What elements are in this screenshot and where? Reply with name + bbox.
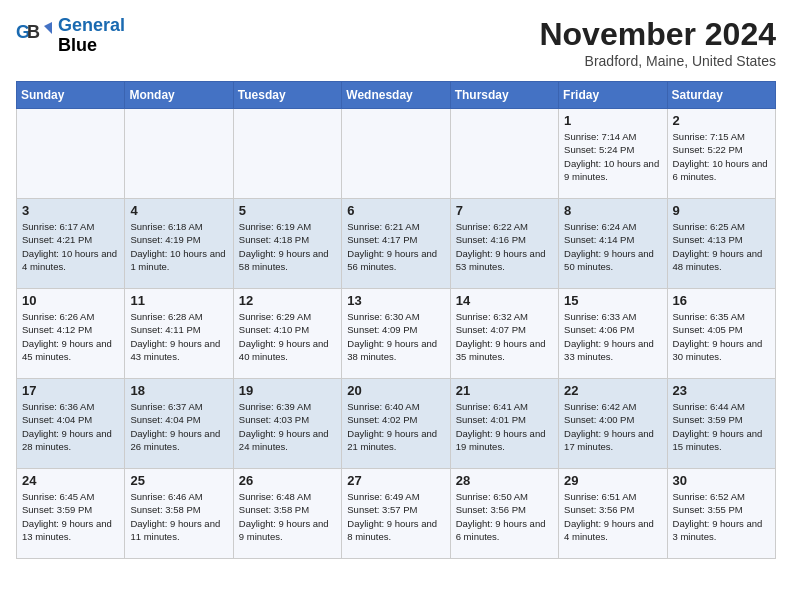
calendar-cell: 20Sunrise: 6:40 AM Sunset: 4:02 PM Dayli… (342, 379, 450, 469)
calendar-cell (233, 109, 341, 199)
day-info: Sunrise: 6:50 AM Sunset: 3:56 PM Dayligh… (456, 490, 553, 543)
location-subtitle: Bradford, Maine, United States (539, 53, 776, 69)
calendar-cell: 30Sunrise: 6:52 AM Sunset: 3:55 PM Dayli… (667, 469, 775, 559)
week-row-5: 24Sunrise: 6:45 AM Sunset: 3:59 PM Dayli… (17, 469, 776, 559)
day-header-sunday: Sunday (17, 82, 125, 109)
day-number: 29 (564, 473, 661, 488)
day-info: Sunrise: 6:25 AM Sunset: 4:13 PM Dayligh… (673, 220, 770, 273)
calendar-cell: 24Sunrise: 6:45 AM Sunset: 3:59 PM Dayli… (17, 469, 125, 559)
calendar-cell: 18Sunrise: 6:37 AM Sunset: 4:04 PM Dayli… (125, 379, 233, 469)
day-info: Sunrise: 6:39 AM Sunset: 4:03 PM Dayligh… (239, 400, 336, 453)
day-number: 4 (130, 203, 227, 218)
day-number: 15 (564, 293, 661, 308)
day-number: 21 (456, 383, 553, 398)
day-number: 5 (239, 203, 336, 218)
calendar-cell: 21Sunrise: 6:41 AM Sunset: 4:01 PM Dayli… (450, 379, 558, 469)
day-info: Sunrise: 6:52 AM Sunset: 3:55 PM Dayligh… (673, 490, 770, 543)
calendar-cell: 8Sunrise: 6:24 AM Sunset: 4:14 PM Daylig… (559, 199, 667, 289)
svg-text:B: B (27, 22, 40, 42)
calendar-cell: 9Sunrise: 6:25 AM Sunset: 4:13 PM Daylig… (667, 199, 775, 289)
calendar-cell: 7Sunrise: 6:22 AM Sunset: 4:16 PM Daylig… (450, 199, 558, 289)
week-row-2: 3Sunrise: 6:17 AM Sunset: 4:21 PM Daylig… (17, 199, 776, 289)
logo: G B General Blue (16, 16, 125, 56)
calendar-cell: 27Sunrise: 6:49 AM Sunset: 3:57 PM Dayli… (342, 469, 450, 559)
day-info: Sunrise: 6:29 AM Sunset: 4:10 PM Dayligh… (239, 310, 336, 363)
day-info: Sunrise: 6:37 AM Sunset: 4:04 PM Dayligh… (130, 400, 227, 453)
day-header-tuesday: Tuesday (233, 82, 341, 109)
calendar-cell: 4Sunrise: 6:18 AM Sunset: 4:19 PM Daylig… (125, 199, 233, 289)
day-header-monday: Monday (125, 82, 233, 109)
day-number: 11 (130, 293, 227, 308)
day-number: 22 (564, 383, 661, 398)
day-header-wednesday: Wednesday (342, 82, 450, 109)
day-info: Sunrise: 6:35 AM Sunset: 4:05 PM Dayligh… (673, 310, 770, 363)
page-header: G B General Blue November 2024 Bradford,… (16, 16, 776, 69)
day-number: 8 (564, 203, 661, 218)
day-info: Sunrise: 6:21 AM Sunset: 4:17 PM Dayligh… (347, 220, 444, 273)
day-number: 7 (456, 203, 553, 218)
calendar-cell: 19Sunrise: 6:39 AM Sunset: 4:03 PM Dayli… (233, 379, 341, 469)
calendar-cell: 12Sunrise: 6:29 AM Sunset: 4:10 PM Dayli… (233, 289, 341, 379)
logo-icon: G B (16, 18, 52, 54)
calendar-cell: 22Sunrise: 6:42 AM Sunset: 4:00 PM Dayli… (559, 379, 667, 469)
month-title: November 2024 (539, 16, 776, 53)
calendar-body: 1Sunrise: 7:14 AM Sunset: 5:24 PM Daylig… (17, 109, 776, 559)
calendar-cell (17, 109, 125, 199)
day-number: 28 (456, 473, 553, 488)
day-number: 12 (239, 293, 336, 308)
day-info: Sunrise: 6:41 AM Sunset: 4:01 PM Dayligh… (456, 400, 553, 453)
week-row-3: 10Sunrise: 6:26 AM Sunset: 4:12 PM Dayli… (17, 289, 776, 379)
calendar-cell: 17Sunrise: 6:36 AM Sunset: 4:04 PM Dayli… (17, 379, 125, 469)
calendar-cell: 1Sunrise: 7:14 AM Sunset: 5:24 PM Daylig… (559, 109, 667, 199)
calendar-cell (125, 109, 233, 199)
calendar-cell: 6Sunrise: 6:21 AM Sunset: 4:17 PM Daylig… (342, 199, 450, 289)
calendar-table: SundayMondayTuesdayWednesdayThursdayFrid… (16, 81, 776, 559)
day-number: 25 (130, 473, 227, 488)
day-number: 13 (347, 293, 444, 308)
calendar-cell: 25Sunrise: 6:46 AM Sunset: 3:58 PM Dayli… (125, 469, 233, 559)
calendar-header-row: SundayMondayTuesdayWednesdayThursdayFrid… (17, 82, 776, 109)
calendar-cell (342, 109, 450, 199)
calendar-cell: 14Sunrise: 6:32 AM Sunset: 4:07 PM Dayli… (450, 289, 558, 379)
day-number: 17 (22, 383, 119, 398)
calendar-cell: 13Sunrise: 6:30 AM Sunset: 4:09 PM Dayli… (342, 289, 450, 379)
day-number: 20 (347, 383, 444, 398)
calendar-cell: 11Sunrise: 6:28 AM Sunset: 4:11 PM Dayli… (125, 289, 233, 379)
day-info: Sunrise: 7:14 AM Sunset: 5:24 PM Dayligh… (564, 130, 661, 183)
day-info: Sunrise: 6:32 AM Sunset: 4:07 PM Dayligh… (456, 310, 553, 363)
calendar-cell: 3Sunrise: 6:17 AM Sunset: 4:21 PM Daylig… (17, 199, 125, 289)
day-info: Sunrise: 6:44 AM Sunset: 3:59 PM Dayligh… (673, 400, 770, 453)
calendar-cell: 29Sunrise: 6:51 AM Sunset: 3:56 PM Dayli… (559, 469, 667, 559)
day-info: Sunrise: 7:15 AM Sunset: 5:22 PM Dayligh… (673, 130, 770, 183)
day-number: 9 (673, 203, 770, 218)
calendar-cell: 28Sunrise: 6:50 AM Sunset: 3:56 PM Dayli… (450, 469, 558, 559)
calendar-cell: 10Sunrise: 6:26 AM Sunset: 4:12 PM Dayli… (17, 289, 125, 379)
calendar-cell: 16Sunrise: 6:35 AM Sunset: 4:05 PM Dayli… (667, 289, 775, 379)
day-info: Sunrise: 6:22 AM Sunset: 4:16 PM Dayligh… (456, 220, 553, 273)
svg-marker-2 (44, 22, 52, 34)
logo-line2: Blue (58, 36, 125, 56)
day-info: Sunrise: 6:19 AM Sunset: 4:18 PM Dayligh… (239, 220, 336, 273)
day-number: 23 (673, 383, 770, 398)
week-row-1: 1Sunrise: 7:14 AM Sunset: 5:24 PM Daylig… (17, 109, 776, 199)
day-info: Sunrise: 6:28 AM Sunset: 4:11 PM Dayligh… (130, 310, 227, 363)
day-info: Sunrise: 6:42 AM Sunset: 4:00 PM Dayligh… (564, 400, 661, 453)
day-header-friday: Friday (559, 82, 667, 109)
day-number: 1 (564, 113, 661, 128)
calendar-cell: 5Sunrise: 6:19 AM Sunset: 4:18 PM Daylig… (233, 199, 341, 289)
day-number: 10 (22, 293, 119, 308)
calendar-cell: 2Sunrise: 7:15 AM Sunset: 5:22 PM Daylig… (667, 109, 775, 199)
day-info: Sunrise: 6:26 AM Sunset: 4:12 PM Dayligh… (22, 310, 119, 363)
day-info: Sunrise: 6:18 AM Sunset: 4:19 PM Dayligh… (130, 220, 227, 273)
day-number: 19 (239, 383, 336, 398)
calendar-cell (450, 109, 558, 199)
day-header-saturday: Saturday (667, 82, 775, 109)
logo-line1: General (58, 15, 125, 35)
day-number: 27 (347, 473, 444, 488)
day-info: Sunrise: 6:45 AM Sunset: 3:59 PM Dayligh… (22, 490, 119, 543)
day-number: 16 (673, 293, 770, 308)
day-info: Sunrise: 6:51 AM Sunset: 3:56 PM Dayligh… (564, 490, 661, 543)
day-info: Sunrise: 6:48 AM Sunset: 3:58 PM Dayligh… (239, 490, 336, 543)
title-block: November 2024 Bradford, Maine, United St… (539, 16, 776, 69)
day-number: 24 (22, 473, 119, 488)
